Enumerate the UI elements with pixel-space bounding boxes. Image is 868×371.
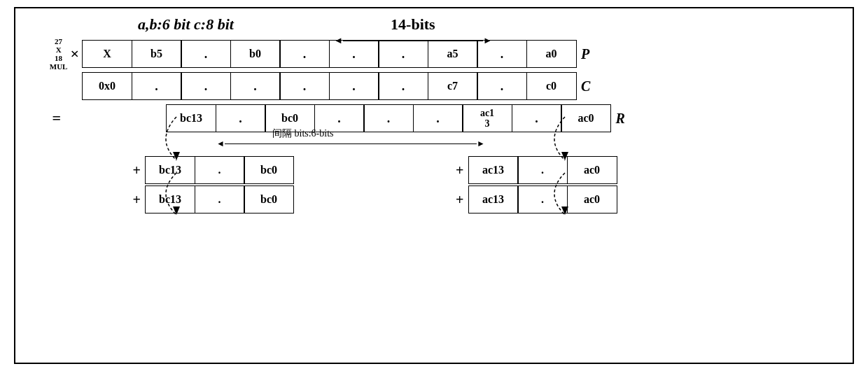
sub-rows-container: + bc13 . bc0 + bc13 . bc0 <box>26 156 842 215</box>
cell-c-3: . <box>230 72 281 100</box>
sub-row-left-2: + bc13 . bc0 <box>26 186 293 214</box>
cell-p-0: X <box>82 40 132 68</box>
cell-c-7: c7 <box>428 72 478 100</box>
cell-c-1: . <box>132 72 182 100</box>
sub-row-right-1: + ac13 . ac0 <box>433 156 617 184</box>
sub-cell-r1-1: . <box>517 156 568 184</box>
sub-cells-left-1: bc13 . bc0 <box>145 156 293 184</box>
row-p-prefix: 27 X 18 MUL × <box>26 37 82 71</box>
row-p-suffix: P <box>581 46 602 62</box>
cell-c-2: . <box>181 72 231 100</box>
sub-cell-r2-0: ac13 <box>468 186 519 214</box>
cell-r-dot3: . <box>363 104 414 132</box>
row-c-cells: 0x0 . . . . . . c7 . c0 <box>82 72 575 100</box>
sub-cell-l1-1: . <box>195 156 245 184</box>
sub-cell-l1-0: bc13 <box>145 156 195 184</box>
cell-p-3: b0 <box>230 40 281 68</box>
row-r-cells: bc13 . bc0 . . . ac13 . ac0 <box>166 104 610 132</box>
cell-p-4: . <box>279 40 330 68</box>
cell-r-dot1: . <box>216 104 266 132</box>
cell-r-ac13: ac13 <box>462 104 512 132</box>
cell-p-1: b5 <box>132 40 182 68</box>
title-left: a,b:6 bit c:8 bit <box>138 15 234 34</box>
cell-c-0: 0x0 <box>82 72 132 100</box>
sub-cell-r2-1: . <box>517 186 568 214</box>
eq-sign: = <box>52 109 61 127</box>
sub-cell-l2-2: bc0 <box>244 186 294 214</box>
row-r-wrapper: = bc13 . bc0 . . . ac13 . ac0 R <box>26 104 842 132</box>
interval-text: 间隔 bits:6-bits <box>272 127 334 140</box>
sub-row-left-1: + bc13 . bc0 <box>26 156 293 184</box>
cell-c-4: . <box>279 72 330 100</box>
row-c-wrapper: 0x0 . . . . . . c7 . c0 C <box>26 72 842 100</box>
bits-arrow: ◄ ► <box>334 35 492 46</box>
cell-c-9: c0 <box>526 72 577 100</box>
lower-section: = bc13 . bc0 . . . ac13 . ac0 R ◄ ► <box>26 104 842 215</box>
row-p-cells: X b5 . b0 . . . a5 . a0 <box>82 40 575 68</box>
cell-p-2: . <box>181 40 231 68</box>
cell-p-9: a0 <box>526 40 577 68</box>
sub-row-right-2: + ac13 . ac0 <box>433 186 617 214</box>
bits-text: 14-bits <box>391 15 435 34</box>
right-sub-rows: + ac13 . ac0 + ac13 . ac0 <box>433 156 617 215</box>
cell-r-bc13: bc13 <box>166 104 216 132</box>
sub-cell-l2-0: bc13 <box>145 186 195 214</box>
row-r-suffix: R <box>616 111 637 127</box>
multiply-sign: × <box>70 45 79 63</box>
cell-c-5: . <box>329 72 379 100</box>
sub-cells-left-2: bc13 . bc0 <box>145 186 293 214</box>
sub-cells-right-2: ac13 . ac0 <box>468 186 617 214</box>
row-c-suffix: C <box>581 78 602 94</box>
cell-c-8: . <box>477 72 527 100</box>
interval-row: ◄ ► 间隔 bits:6-bits <box>166 134 842 153</box>
sub-cell-r2-2: ac0 <box>567 186 617 214</box>
interval-arrow-container: ◄ ► 间隔 bits:6-bits <box>216 139 485 149</box>
bits-label: 14-bits ◄ ► <box>334 15 492 46</box>
plus-right-1: + <box>433 162 468 178</box>
cell-c-6: . <box>378 72 428 100</box>
sub-cell-l1-2: bc0 <box>244 156 294 184</box>
plus-left-2: + <box>26 192 145 208</box>
left-sub-rows: + bc13 . bc0 + bc13 . bc0 <box>26 156 293 215</box>
sub-cell-r1-0: ac13 <box>468 156 519 184</box>
plus-left-1: + <box>26 162 145 178</box>
plus-right-2: + <box>433 192 468 208</box>
title-row: a,b:6 bit c:8 bit 14-bits ◄ ► <box>26 15 842 34</box>
sub-cell-l2-1: . <box>195 186 245 214</box>
sub-cell-r1-2: ac0 <box>567 156 617 184</box>
outer-box: a,b:6 bit c:8 bit 14-bits ◄ ► 27 X 18 MU… <box>14 7 854 364</box>
cell-r-dot4: . <box>413 104 463 132</box>
cell-r-ac0: ac0 <box>561 104 611 132</box>
sub-cells-right-1: ac13 . ac0 <box>468 156 617 184</box>
cell-r-dot5: . <box>512 104 562 132</box>
